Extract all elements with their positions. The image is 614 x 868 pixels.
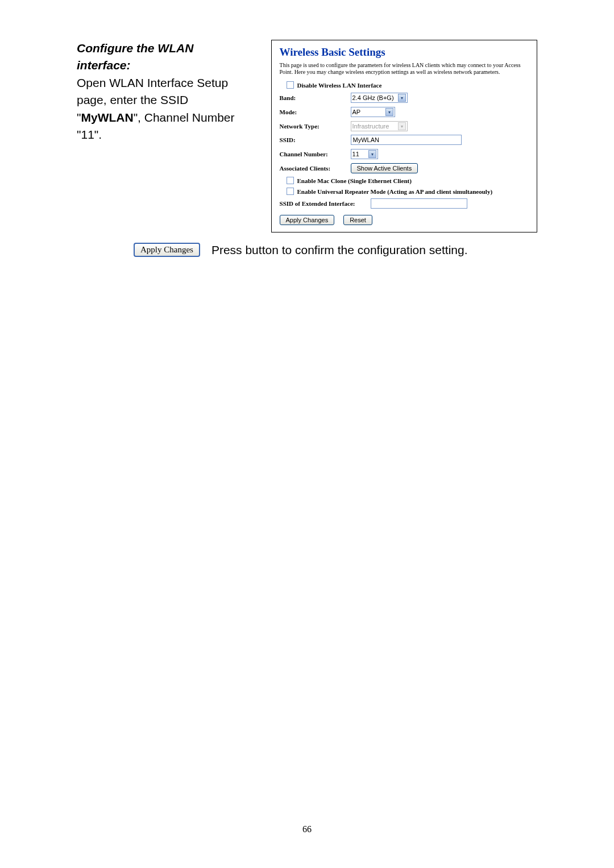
disable-wlan-label: Disable Wireless LAN Interface bbox=[297, 82, 382, 89]
body-line: "MyWLAN", Channel Number bbox=[77, 109, 260, 126]
apply-changes-button[interactable]: Apply Changes bbox=[280, 215, 335, 225]
universal-repeater-checkbox[interactable] bbox=[287, 188, 294, 195]
wireless-settings-panel: Wireless Basic Settings This page is use… bbox=[271, 40, 537, 232]
network-type-value: Infrastructure bbox=[352, 123, 389, 130]
apply-changes-demo-button[interactable]: Apply Changes bbox=[134, 243, 200, 257]
panel-title: Wireless Basic Settings bbox=[280, 46, 529, 59]
channel-label: Channel Number: bbox=[280, 151, 351, 157]
page-number: 66 bbox=[0, 824, 614, 834]
channel-value: 11 bbox=[352, 151, 359, 157]
reset-button[interactable]: Reset bbox=[343, 215, 372, 225]
heading-line: Configure the WLAN bbox=[77, 40, 260, 57]
mode-value: AP bbox=[352, 109, 361, 115]
universal-repeater-label: Enable Universal Repeater Mode (Acting a… bbox=[297, 188, 493, 195]
mode-label: Mode: bbox=[280, 109, 351, 115]
associated-clients-label: Associated Clients: bbox=[280, 165, 351, 172]
show-active-clients-button[interactable]: Show Active Clients bbox=[351, 163, 418, 173]
ssid-label: SSID: bbox=[280, 136, 351, 143]
chevron-down-icon: ▾ bbox=[385, 108, 393, 116]
ssid-input[interactable]: MyWLAN bbox=[351, 135, 462, 145]
channel-select[interactable]: 11 ▾ bbox=[351, 149, 378, 159]
network-type-select: Infrastructure ▾ bbox=[351, 121, 408, 131]
apply-caption: Press button to confirm the configuratio… bbox=[211, 243, 468, 257]
band-select[interactable]: 2.4 GHz (B+G) ▾ bbox=[351, 93, 408, 103]
ssid-bold: MyWLAN bbox=[81, 111, 133, 124]
chevron-down-icon: ▾ bbox=[398, 94, 406, 102]
chevron-down-icon: ▾ bbox=[368, 150, 376, 158]
chevron-down-icon: ▾ bbox=[398, 122, 406, 130]
disable-wlan-checkbox[interactable] bbox=[287, 81, 294, 89]
panel-description: This page is used to configure the param… bbox=[280, 62, 529, 76]
disable-wlan-row: Disable Wireless LAN Interface bbox=[280, 81, 529, 89]
mac-clone-checkbox[interactable] bbox=[287, 177, 294, 184]
body-line: page, enter the SSID bbox=[77, 92, 260, 109]
band-value: 2.4 GHz (B+G) bbox=[352, 94, 394, 101]
ssid-extended-input[interactable] bbox=[371, 198, 467, 209]
network-type-label: Network Type: bbox=[280, 123, 351, 130]
instruction-text: Configure the WLAN interface: Open WLAN … bbox=[77, 40, 260, 144]
body-line: Open WLAN Interface Setup bbox=[77, 74, 260, 92]
mac-clone-label: Enable Mac Clone (Single Ethernet Client… bbox=[297, 177, 412, 184]
universal-repeater-row: Enable Universal Repeater Mode (Acting a… bbox=[280, 188, 529, 195]
body-line: "11". bbox=[77, 126, 260, 143]
band-label: Band: bbox=[280, 94, 351, 101]
body-after-bold: ", Channel Number bbox=[134, 111, 235, 124]
heading-line: interface: bbox=[77, 57, 260, 74]
mode-select[interactable]: AP ▾ bbox=[351, 107, 395, 117]
ssid-extended-label: SSID of Extended Interface: bbox=[280, 200, 371, 207]
mac-clone-row: Enable Mac Clone (Single Ethernet Client… bbox=[280, 177, 529, 184]
